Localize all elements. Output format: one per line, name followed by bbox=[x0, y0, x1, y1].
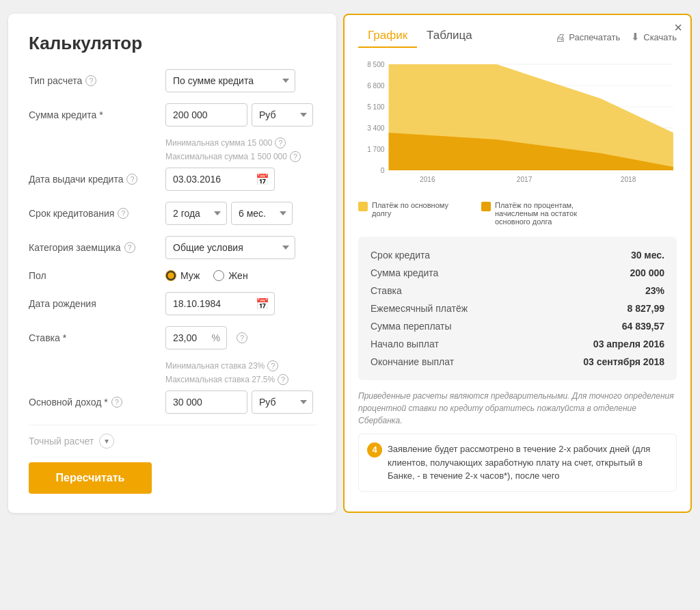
graph-panel: × График Таблица 🖨 Распечатать ⬇ Скачать bbox=[343, 14, 692, 513]
rate-row: Ставка * % ? bbox=[29, 326, 316, 349]
term-label: Срок кредитования ? bbox=[29, 208, 165, 219]
svg-text:5 100: 5 100 bbox=[367, 103, 385, 111]
chart-container: 8 500 6 800 5 100 3 400 1 700 0 2016 bbox=[358, 57, 677, 194]
legend-row: Платёж по основному долгу Платёж по проц… bbox=[358, 201, 677, 226]
loan-amount-hint-max: Максимальная сумма 1 500 000 ? bbox=[165, 151, 316, 162]
loan-amount-input[interactable] bbox=[165, 103, 247, 127]
print-link[interactable]: 🖨 Распечатать bbox=[555, 31, 620, 43]
borrower-category-label: Категория заемщика ? bbox=[29, 242, 165, 253]
summary-row-1: Сумма кредита 200 000 bbox=[371, 264, 664, 282]
birthdate-row: Дата рождения 📅 bbox=[29, 292, 316, 315]
tabs-row: График Таблица 🖨 Распечатать ⬇ Скачать bbox=[358, 26, 677, 48]
rate-min-help-icon[interactable]: ? bbox=[267, 360, 278, 371]
percent-symbol: % bbox=[212, 332, 220, 343]
term-row: Срок кредитования ? 2 года 6 мес. bbox=[29, 202, 316, 225]
tab-actions: 🖨 Распечатать ⬇ Скачать bbox=[555, 31, 677, 43]
calculation-type-select[interactable]: По сумме кредита bbox=[165, 69, 295, 92]
term-months-select[interactable]: 6 мес. bbox=[231, 202, 293, 225]
income-label: Основной доход * ? bbox=[29, 397, 165, 408]
income-input[interactable] bbox=[165, 390, 247, 414]
loan-min-help-icon[interactable]: ? bbox=[275, 137, 286, 148]
disclaimer-text: Приведенные расчеты являются предварител… bbox=[358, 390, 677, 427]
summary-row-2: Ставка 23% bbox=[371, 282, 664, 300]
issue-date-wrapper: 📅 bbox=[165, 168, 275, 191]
svg-text:0: 0 bbox=[381, 167, 385, 174]
birthdate-input-group: 📅 bbox=[165, 292, 316, 315]
download-icon: ⬇ bbox=[631, 31, 640, 43]
chart-svg: 8 500 6 800 5 100 3 400 1 700 0 2016 bbox=[358, 57, 677, 194]
legend-color-principal bbox=[358, 202, 368, 211]
issue-date-label: Дата выдачи кредита ? bbox=[29, 174, 165, 185]
loan-currency-select[interactable]: Руб bbox=[252, 103, 313, 127]
notification-number: 4 bbox=[367, 442, 382, 458]
rate-hint-min: Минимальная ставка 23% ? bbox=[165, 360, 316, 371]
issue-date-input-group: 📅 bbox=[165, 168, 316, 191]
tab-graph[interactable]: График bbox=[358, 26, 417, 48]
gender-female-label[interactable]: Жен bbox=[213, 270, 247, 281]
summary-box: Срок кредита 30 мес. Сумма кредита 200 0… bbox=[358, 237, 677, 380]
download-link[interactable]: ⬇ Скачать bbox=[631, 31, 677, 43]
precise-row: Точный расчет ▾ bbox=[29, 425, 316, 449]
notification-box: 4 Заявление будет рассмотрено в течение … bbox=[358, 434, 677, 492]
svg-text:3 400: 3 400 bbox=[367, 124, 385, 132]
gender-input-group: Муж Жен bbox=[165, 270, 316, 281]
borrower-category-help-icon[interactable]: ? bbox=[124, 242, 135, 253]
gender-female-radio[interactable] bbox=[213, 270, 224, 281]
income-help-icon[interactable]: ? bbox=[111, 397, 122, 408]
summary-row-0: Срок кредита 30 мес. bbox=[371, 246, 664, 264]
print-icon: 🖨 bbox=[555, 31, 565, 43]
term-input-group: 2 года 6 мес. bbox=[165, 202, 316, 225]
term-help-icon[interactable]: ? bbox=[118, 208, 129, 219]
issue-date-help-icon[interactable]: ? bbox=[126, 174, 137, 185]
birthdate-input[interactable] bbox=[165, 292, 275, 315]
borrower-category-select[interactable]: Общие условия bbox=[165, 236, 295, 259]
loan-amount-row: Сумма кредита * Руб bbox=[29, 103, 316, 127]
svg-text:2017: 2017 bbox=[517, 176, 533, 183]
income-row: Основной доход * ? Руб bbox=[29, 390, 316, 414]
income-input-group: Руб bbox=[165, 390, 316, 414]
calculation-type-input-group: По сумме кредита bbox=[165, 69, 316, 92]
term-years-select[interactable]: 2 года bbox=[165, 202, 227, 225]
gender-male-label[interactable]: Муж bbox=[165, 270, 200, 281]
svg-text:8 500: 8 500 bbox=[367, 61, 385, 68]
loan-amount-hint-min: Минимальная сумма 15 000 ? bbox=[165, 137, 316, 148]
birthdate-label: Дата рождения bbox=[29, 298, 165, 309]
svg-text:1 700: 1 700 bbox=[367, 146, 385, 153]
calculation-type-row: Тип расчета ? По сумме кредита bbox=[29, 69, 316, 92]
birthdate-wrapper: 📅 bbox=[165, 292, 275, 315]
summary-row-3: Ежемесячный платёж 8 827,99 bbox=[371, 300, 664, 317]
precise-expand-button[interactable]: ▾ bbox=[99, 434, 114, 449]
gender-row: Пол Муж Жен bbox=[29, 270, 316, 281]
legend-item-principal: Платёж по основному долгу bbox=[358, 201, 468, 217]
svg-text:2016: 2016 bbox=[420, 176, 435, 183]
summary-row-6: Окончание выплат 03 сентября 2018 bbox=[371, 353, 664, 371]
legend-color-interest bbox=[481, 202, 491, 211]
rate-wrapper: % bbox=[165, 326, 227, 349]
calculator-title: Калькулятор bbox=[29, 33, 316, 54]
issue-date-row: Дата выдачи кредита ? 📅 bbox=[29, 168, 316, 191]
income-currency-select[interactable]: Руб bbox=[252, 390, 313, 414]
calculation-type-label: Тип расчета ? bbox=[29, 75, 165, 86]
rate-help-icon[interactable]: ? bbox=[237, 332, 247, 343]
rate-max-help-icon[interactable]: ? bbox=[278, 374, 288, 385]
gender-label: Пол bbox=[29, 270, 165, 281]
tab-table[interactable]: Таблица bbox=[417, 26, 482, 48]
summary-row-5: Начало выплат 03 апреля 2016 bbox=[371, 335, 664, 353]
borrower-category-row: Категория заемщика ? Общие условия bbox=[29, 236, 316, 259]
svg-text:6 800: 6 800 bbox=[367, 82, 385, 90]
precise-label: Точный расчет bbox=[29, 436, 94, 447]
notification-text: Заявление будет рассмотрено в течение 2-… bbox=[388, 442, 668, 483]
recalculate-button[interactable]: Пересчитать bbox=[29, 462, 152, 494]
rate-input-group: % ? bbox=[165, 326, 316, 349]
loan-max-help-icon[interactable]: ? bbox=[290, 151, 301, 162]
calculator-panel: Калькулятор Тип расчета ? По сумме креди… bbox=[8, 14, 336, 513]
summary-row-4: Сумма переплаты 64 839,57 bbox=[371, 317, 664, 335]
issue-date-input[interactable] bbox=[165, 168, 275, 191]
rate-hint-max: Максимальная ставка 27.5% ? bbox=[165, 374, 316, 385]
gender-male-radio[interactable] bbox=[165, 270, 176, 281]
close-button[interactable]: × bbox=[674, 21, 682, 34]
svg-text:2018: 2018 bbox=[621, 176, 636, 183]
calculation-type-help-icon[interactable]: ? bbox=[85, 75, 96, 86]
loan-amount-label: Сумма кредита * bbox=[29, 109, 165, 120]
legend-item-interest: Платёж по процентам, начисленым на остат… bbox=[481, 201, 591, 226]
